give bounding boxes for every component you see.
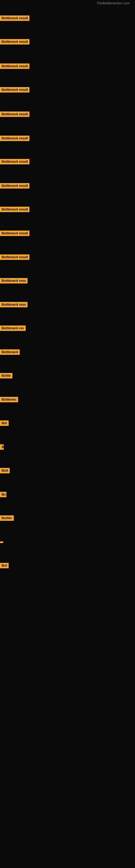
bottleneck-row: Bottleneck result [0, 159, 30, 165]
bottleneck-row: Bottleneck result [0, 135, 30, 142]
bottleneck-row: Bot [0, 563, 9, 569]
bottleneck-row [0, 539, 3, 544]
bottleneck-label: Bottlenec [0, 397, 18, 402]
bottleneck-row: Bottleneck [0, 349, 20, 356]
bottleneck-label: Bottleneck result [0, 16, 30, 21]
site-title: TheBottlenecker.com [97, 1, 130, 5]
bottleneck-label: Bo [0, 492, 6, 497]
bottleneck-label: Bottleneck result [0, 63, 30, 69]
bottleneck-row: Bottleneck res [0, 326, 26, 332]
bottleneck-label: Bott [0, 468, 10, 473]
bottleneck-row: Bottleneck result [0, 16, 30, 22]
bottleneck-label [0, 541, 3, 543]
bottleneck-row: B [0, 444, 4, 451]
bottleneck-label: Bottleneck result [0, 207, 30, 212]
bottleneck-label: Bottleneck result [0, 230, 30, 236]
bottleneck-row: Bottleneck result [0, 63, 30, 70]
bottleneck-label: Bottleneck result [0, 183, 30, 188]
bottleneck-row: Bottleneck resu [0, 278, 28, 284]
bottleneck-row: Bottle [0, 373, 12, 379]
bottleneck-label: Bottleneck result [0, 39, 30, 44]
bottleneck-label: Bottler [0, 516, 14, 521]
bottleneck-label: Bot [0, 421, 9, 426]
bottleneck-label: Bottleneck res [0, 326, 26, 331]
bottleneck-row: Bottler [0, 516, 14, 522]
bottleneck-row: Bottleneck result [0, 207, 30, 213]
bottleneck-row: Bo [0, 492, 6, 498]
bottleneck-label: Bottleneck [0, 349, 20, 355]
bottleneck-label: Bottleneck result [0, 254, 30, 260]
bottleneck-row: Bott [0, 468, 10, 474]
bottleneck-label: Bottleneck resu [0, 302, 28, 307]
bottleneck-label: B [0, 444, 4, 450]
bottleneck-label: Bottle [0, 373, 12, 378]
bottleneck-label: Bottleneck result [0, 159, 30, 164]
bottleneck-row: Bottleneck result [0, 112, 30, 118]
bottleneck-row: Bot [0, 421, 9, 427]
bottleneck-row: Bottleneck result [0, 183, 30, 190]
bottleneck-row: Bottleneck result [0, 87, 30, 94]
bottleneck-label: Bottleneck resu [0, 278, 28, 283]
bottleneck-row: Bottleneck result [0, 230, 30, 237]
bottleneck-label: Bottleneck result [0, 112, 30, 117]
bottleneck-label: Bottleneck result [0, 87, 30, 93]
bottleneck-row: Bottleneck result [0, 254, 30, 261]
bottleneck-row: Bottleneck result [0, 39, 30, 45]
bottleneck-row: Bottlenec [0, 397, 18, 403]
bottleneck-label: Bottleneck result [0, 135, 30, 141]
bottleneck-label: Bot [0, 563, 9, 568]
bottleneck-row: Bottleneck resu [0, 302, 28, 308]
